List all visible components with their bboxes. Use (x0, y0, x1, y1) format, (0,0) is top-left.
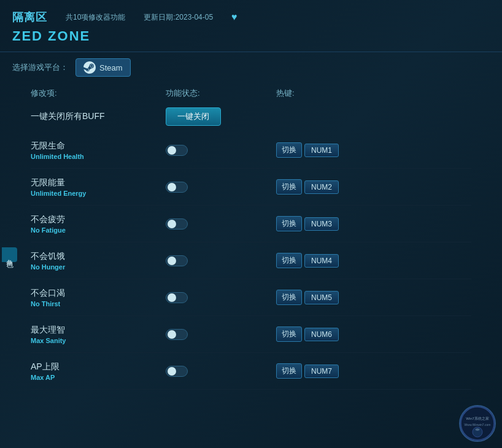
mod-zh-4: 不会口渴 (31, 288, 166, 299)
hotkey-switch-btn-5[interactable]: 切换 (276, 326, 302, 342)
table-row: 不会饥饿 No Hunger 切换 NUM4 (31, 242, 471, 279)
mod-toggle-col-6 (166, 366, 276, 377)
mod-toggle-col-3 (166, 255, 276, 266)
watermark-logo: Win7系统之家 Www.Winwin7.com (460, 406, 495, 441)
mod-en-2: No Fatigue (31, 226, 166, 234)
mod-en-0: Unlimited Health (31, 153, 166, 160)
toggle-knob-2 (168, 220, 176, 228)
table-row: 无限生命 Unlimited Health 切换 NUM1 (31, 132, 471, 169)
mod-toggle-col-2 (166, 218, 276, 230)
mod-zh-1: 无限能量 (31, 177, 166, 188)
hotkey-switch-btn-1[interactable]: 切换 (276, 179, 302, 195)
steam-icon (83, 61, 96, 74)
mod-toggle-col-1 (166, 182, 276, 193)
mod-hotkey-5: 切换 NUM6 (276, 326, 399, 342)
one-key-label: 一键关闭所有BUFF (31, 111, 166, 122)
hotkey-num-4: NUM5 (304, 291, 339, 304)
mod-name-5: 最大理智 Max Sanity (31, 325, 166, 344)
mod-count: 共10项修改器功能 (66, 12, 125, 23)
mod-zh-5: 最大理智 (31, 325, 166, 336)
mod-name-1: 无限能量 Unlimited Energy (31, 177, 166, 197)
favorite-icon[interactable]: ♥ (231, 12, 237, 23)
hotkey-num-2: NUM3 (304, 217, 339, 231)
mod-en-1: Unlimited Energy (31, 190, 166, 197)
hotkey-switch-btn-0[interactable]: 切换 (276, 142, 302, 158)
toggle-knob-5 (168, 330, 176, 339)
mod-zh-2: 不会疲劳 (31, 214, 166, 225)
hotkey-num-3: NUM4 (304, 254, 339, 268)
toggle-knob-6 (168, 367, 176, 376)
one-key-row: 一键关闭所有BUFF 一键关闭 (0, 104, 502, 129)
toggle-knob-4 (168, 293, 176, 302)
hotkey-switch-btn-2[interactable]: 切换 (276, 216, 302, 231)
toggle-switch-3[interactable] (166, 255, 188, 266)
toggle-knob-3 (168, 257, 176, 265)
header: 隔离区 共10项修改器功能 更新日期:2023-04-05 ♥ ZED ZONE (0, 0, 502, 52)
mod-hotkey-6: 切换 NUM7 (276, 363, 399, 379)
mod-zh-3: 不会饥饿 (31, 251, 166, 262)
mod-name-4: 不会口渴 No Thirst (31, 288, 166, 307)
platform-row: 选择游戏平台： Steam (0, 52, 502, 83)
steam-label: Steam (99, 63, 123, 72)
hotkey-num-6: NUM7 (304, 365, 339, 378)
mod-hotkey-1: 切换 NUM2 (276, 179, 399, 195)
mods-container: 无限生命 Unlimited Health 切换 NUM1 无限能量 Unlim… (0, 132, 502, 390)
mod-hotkey-0: 切换 NUM1 (276, 142, 399, 158)
table-row: 不会疲劳 No Fatigue 切换 NUM3 (31, 206, 471, 242)
svg-text:Win7系统之家: Win7系统之家 (466, 416, 489, 420)
game-title: ZED ZONE (12, 28, 490, 44)
steam-button[interactable]: Steam (75, 58, 131, 77)
mod-en-6: Max AP (31, 374, 166, 381)
hotkey-num-5: NUM6 (304, 328, 339, 341)
mod-hotkey-3: 切换 NUM4 (276, 253, 399, 268)
table-row: 最大理智 Max Sanity 切换 NUM6 (31, 316, 471, 353)
one-key-button[interactable]: 一键关闭 (166, 107, 221, 126)
hotkey-num-1: NUM2 (304, 180, 339, 194)
col-mod-header: 修改项: (31, 88, 166, 99)
mod-name-6: AP上限 Max AP (31, 361, 166, 381)
left-sidebar: 角色 (0, 147, 18, 362)
hotkey-switch-btn-3[interactable]: 切换 (276, 253, 302, 268)
hotkey-num-0: NUM1 (304, 144, 339, 157)
toggle-switch-2[interactable] (166, 218, 188, 230)
table-row: 无限能量 Unlimited Energy 切换 NUM2 (31, 169, 471, 206)
toggle-switch-4[interactable] (166, 292, 188, 303)
mod-en-5: Max Sanity (31, 337, 166, 344)
mod-toggle-col-5 (166, 329, 276, 340)
toggle-switch-6[interactable] (166, 366, 188, 377)
svg-text:Www.Winwin7.com: Www.Winwin7.com (465, 423, 491, 427)
col-hotkey-header: 热键: (276, 88, 399, 99)
table-header: 修改项: 功能状态: 热键: (0, 83, 502, 104)
watermark: Win7系统之家 Www.Winwin7.com (459, 405, 496, 442)
toggle-knob-0 (168, 146, 176, 155)
main-container: 隔离区 共10项修改器功能 更新日期:2023-04-05 ♥ ZED ZONE… (0, 0, 502, 448)
mod-toggle-col-0 (166, 145, 276, 156)
platform-label: 选择游戏平台： (12, 62, 68, 73)
update-date: 更新日期:2023-04-05 (144, 12, 213, 23)
sidebar-tab-character[interactable]: 角色 (2, 247, 17, 262)
toggle-switch-0[interactable] (166, 145, 188, 156)
mod-zh-6: AP上限 (31, 361, 166, 373)
table-row: AP上限 Max AP 切换 NUM7 (31, 353, 471, 390)
mod-zh-0: 无限生命 (31, 141, 166, 152)
hotkey-switch-btn-4[interactable]: 切换 (276, 290, 302, 305)
col-status-header: 功能状态: (166, 88, 276, 99)
table-row: 不会口渴 No Thirst 切换 NUM5 (31, 279, 471, 316)
mod-en-4: No Thirst (31, 300, 166, 307)
mod-name-3: 不会饥饿 No Hunger (31, 251, 166, 271)
hotkey-switch-btn-6[interactable]: 切换 (276, 363, 302, 379)
mod-toggle-col-4 (166, 292, 276, 303)
mod-name-0: 无限生命 Unlimited Health (31, 141, 166, 160)
toggle-knob-1 (168, 183, 176, 191)
page-title: 隔离区 (12, 10, 47, 25)
mod-hotkey-4: 切换 NUM5 (276, 290, 399, 305)
toggle-switch-5[interactable] (166, 329, 188, 340)
mod-name-2: 不会疲劳 No Fatigue (31, 214, 166, 234)
mod-hotkey-2: 切换 NUM3 (276, 216, 399, 231)
toggle-switch-1[interactable] (166, 182, 188, 193)
mod-en-3: No Hunger (31, 263, 166, 271)
